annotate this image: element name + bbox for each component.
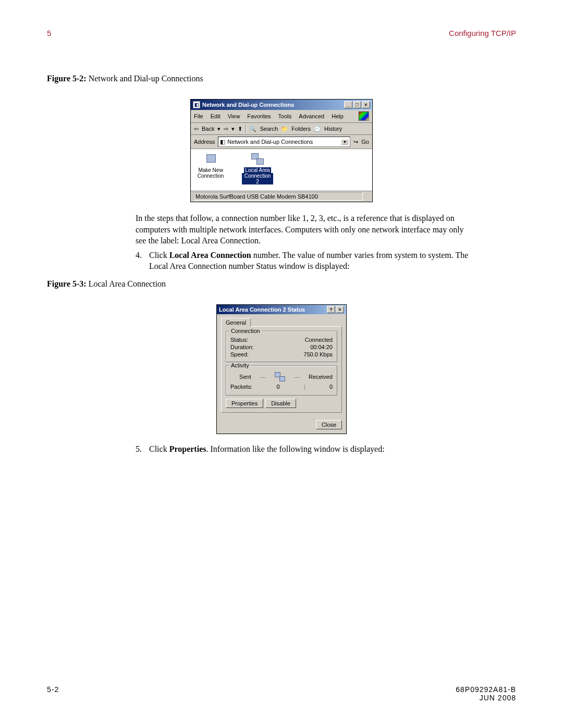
figure-2-text: Local Area Connection	[89, 279, 166, 288]
connection-status-dialog: Local Area Connection 2 Status ? × Gener…	[216, 304, 347, 434]
activity-group: Activity Sent — — Received Packets: 0 | …	[226, 365, 337, 396]
menu-help[interactable]: Help	[332, 113, 344, 119]
tab-pane: Connection Status:Connected Duration:00:…	[221, 326, 342, 413]
address-input[interactable]: ◧ Network and Dial-up Connections ▼	[218, 137, 350, 147]
figure-1-caption: Figure 5-2: Network and Dial-up Connecti…	[47, 74, 516, 83]
address-dropdown-icon[interactable]: ▼	[341, 139, 348, 145]
status-label: Status:	[230, 337, 248, 343]
help-button[interactable]: ?	[327, 306, 335, 313]
step-4: 4. Click Local Area Connection number. T…	[136, 250, 469, 272]
packets-received-value: 0	[329, 384, 333, 390]
item-label-line2: Connection	[195, 173, 226, 179]
go-icon[interactable]: ↪	[353, 139, 358, 145]
divider-icon: |	[304, 384, 305, 390]
line-icon: —	[294, 374, 300, 380]
item-label-line1: Make New	[195, 167, 226, 173]
speed-label: Speed:	[230, 351, 249, 357]
toolbar: ⇦ Back ▾ ⇨ ▾ ⬆ 🔍 Search 📁 Folders 🕘 Hist…	[191, 123, 372, 135]
windows-logo-icon	[359, 112, 369, 121]
history-icon[interactable]: 🕘	[314, 126, 321, 132]
sent-label: Sent	[239, 374, 251, 380]
speed-value: 750.0 Kbps	[303, 351, 333, 357]
page-number: 5-2	[47, 685, 59, 702]
duration-value: 00:04:20	[310, 344, 333, 350]
step-number: 4.	[136, 250, 149, 272]
page-footer: 5-2 68P09292A81-B JUN 2008	[47, 685, 516, 702]
menubar: File Edit View Favorites Tools Advanced …	[191, 110, 372, 123]
forward-dropdown-icon[interactable]: ▾	[231, 126, 235, 132]
properties-button[interactable]: Properties	[226, 399, 263, 408]
step-text: Click Properties. Information like the f…	[149, 443, 469, 455]
paragraph-1: In the steps that follow, a connection n…	[136, 213, 469, 246]
figure-2: Local Area Connection 2 Status ? × Gener…	[47, 304, 516, 434]
window-icon: ◧	[193, 101, 200, 108]
local-area-connection-item[interactable]: Local Area Connection 2	[242, 153, 273, 187]
group-title-activity: Activity	[229, 362, 251, 368]
dialog-titlebar: Local Area Connection 2 Status ? ×	[217, 305, 346, 314]
address-value: Network and Dial-up Connections	[227, 139, 313, 145]
back-icon[interactable]: ⇦	[194, 126, 199, 132]
step-number: 5.	[136, 443, 149, 455]
menu-advanced[interactable]: Advanced	[299, 113, 324, 119]
network-connections-window: ◧ Network and Dial-up Connections _ □ × …	[190, 99, 373, 202]
figure-1-text: Network and Dial-up Connections	[89, 74, 203, 83]
packets-sent-value: 0	[276, 384, 279, 390]
figure-1: ◧ Network and Dial-up Connections _ □ × …	[47, 99, 516, 202]
maximize-button[interactable]: □	[353, 101, 361, 108]
menu-edit[interactable]: Edit	[211, 113, 221, 119]
close-button[interactable]: ×	[336, 306, 344, 313]
make-new-connection-icon	[203, 153, 218, 166]
search-button[interactable]: Search	[260, 126, 278, 132]
close-button[interactable]: ×	[362, 101, 370, 108]
connection-group: Connection Status:Connected Duration:00:…	[226, 331, 337, 362]
disable-button[interactable]: Disable	[265, 399, 296, 408]
packets-label: Packets:	[230, 384, 252, 390]
folders-button[interactable]: Folders	[291, 126, 311, 132]
menu-file[interactable]: File	[194, 113, 203, 119]
address-label: Address	[194, 139, 215, 145]
address-icon: ◧	[220, 139, 225, 145]
folders-icon[interactable]: 📁	[281, 126, 288, 132]
close-dialog-button[interactable]: Close	[316, 420, 342, 429]
line-icon: —	[260, 374, 266, 380]
toolbar-separator	[246, 125, 246, 133]
step-text: Click Local Area Connection number. The …	[149, 250, 469, 272]
duration-label: Duration:	[230, 344, 254, 350]
minimize-button[interactable]: _	[344, 101, 352, 108]
item-label-line2: Connection 2	[242, 173, 273, 184]
search-icon[interactable]: 🔍	[249, 126, 256, 132]
menu-favorites[interactable]: Favorites	[247, 113, 271, 119]
page-header: 5 Configuring TCP/IP	[47, 29, 516, 38]
received-label: Received	[309, 374, 333, 380]
status-value: Connected	[305, 337, 333, 343]
back-button[interactable]: Back	[202, 126, 214, 132]
up-icon[interactable]: ⬆	[238, 126, 242, 132]
forward-icon[interactable]: ⇨	[224, 126, 228, 132]
dialog-body: General Connection Status:Connected Dura…	[217, 314, 346, 417]
step-5: 5. Click Properties. Information like th…	[136, 443, 469, 455]
chapter-number: 5	[47, 29, 51, 38]
address-bar: Address ◧ Network and Dial-up Connection…	[191, 135, 372, 149]
back-dropdown-icon[interactable]: ▾	[217, 126, 221, 132]
resize-grip-icon[interactable]: ⋰	[363, 192, 370, 201]
item-label-line1: Local Area	[244, 167, 271, 173]
figure-2-caption: Figure 5-3: Local Area Connection	[47, 279, 516, 289]
dialog-title: Local Area Connection 2 Status	[219, 306, 327, 313]
status-text: Motorola SurfBoard USB Cable Modem SB410…	[193, 192, 363, 201]
activity-icon	[275, 372, 285, 381]
make-new-connection-item[interactable]: Make New Connection	[195, 153, 226, 187]
menu-tools[interactable]: Tools	[278, 113, 292, 119]
header-title: Configuring TCP/IP	[449, 29, 516, 38]
history-button[interactable]: History	[324, 126, 342, 132]
doc-date: JUN 2008	[480, 694, 516, 702]
go-button[interactable]: Go	[361, 139, 369, 145]
group-title-connection: Connection	[229, 328, 262, 334]
tab-general[interactable]: General	[221, 318, 251, 327]
status-bar: Motorola SurfBoard USB Cable Modem SB410…	[191, 191, 372, 202]
network-connection-icon	[250, 153, 265, 166]
doc-id: 68P09292A81-B	[456, 685, 516, 694]
window-titlebar: ◧ Network and Dial-up Connections _ □ ×	[191, 100, 372, 110]
figure-1-label: Figure 5-2:	[47, 74, 87, 83]
menu-view[interactable]: View	[228, 113, 240, 119]
figure-2-label: Figure 5-3:	[47, 279, 87, 288]
